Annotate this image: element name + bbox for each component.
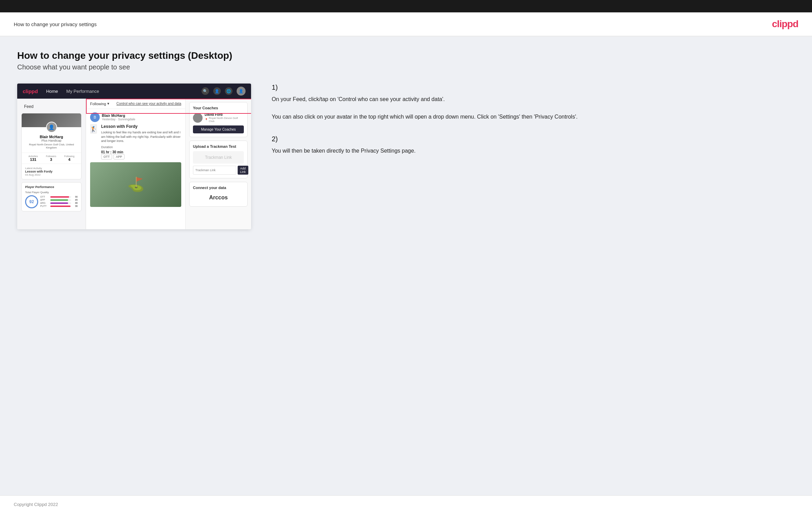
nav-link-performance[interactable]: My Performance xyxy=(66,89,99,94)
stat-activities: Activities 131 xyxy=(29,155,38,162)
metric-putt-label: PUTT xyxy=(40,205,49,207)
site-footer: Copyright Clippd 2022 xyxy=(0,495,812,507)
metric-app-bar-container xyxy=(50,199,71,201)
coach-club: 📍 Royal North Devon Golf Club xyxy=(205,117,244,123)
trackman-title: Upload a Trackman Test xyxy=(193,144,244,148)
article-subtitle: Choose what you want people to see xyxy=(17,63,795,71)
site-header: How to change your privacy settings clip… xyxy=(0,12,812,36)
circle-score: 92 xyxy=(25,195,38,208)
post-desc: Looking to feel like my hands are exitin… xyxy=(101,130,181,143)
metric-ott-label: OTT xyxy=(40,196,49,198)
metric-putt-bar xyxy=(50,206,71,207)
user-icon[interactable]: 👤 xyxy=(213,87,221,95)
profile-name: Blair McHarg xyxy=(25,135,78,139)
perf-title: Player Performance xyxy=(25,185,78,189)
latest-date: 03 Aug 2022 xyxy=(25,173,78,176)
latest-title: Lesson with Fordy xyxy=(25,170,78,173)
trackman-input[interactable] xyxy=(193,166,236,175)
trackman-input-row: Add Link xyxy=(193,166,244,175)
tag-ott: OTT xyxy=(101,154,112,159)
chevron-down-icon: ▾ xyxy=(107,101,109,106)
quality-row: 92 OTT 90 APP xyxy=(25,195,78,208)
page-title: How to change your privacy settings xyxy=(14,21,97,27)
post-avatar: B xyxy=(90,112,100,122)
app-screenshot: clippd Home My Performance 🔍 👤 🌐 👤 Feed xyxy=(17,84,251,229)
connect-section: Connect your data Arccos xyxy=(189,182,248,207)
profile-handicap: Plus Handicap xyxy=(25,139,78,142)
metric-ott-bar xyxy=(50,196,69,198)
post-user-info: Blair McHarg Yesterday · Sunningdale xyxy=(102,113,135,121)
instruction-step2: 2) You will then be taken directly to th… xyxy=(272,135,795,155)
coach-avatar xyxy=(193,113,203,123)
post-image: ⛳ xyxy=(90,162,181,207)
pin-icon: 📍 xyxy=(205,118,208,121)
step1-text: On your Feed, click/tap on 'Control who … xyxy=(272,95,795,121)
metric-arg-label: ARG xyxy=(40,202,49,204)
duration-text: Duration xyxy=(101,145,113,149)
manage-coaches-button[interactable]: Manage Your Coaches xyxy=(193,125,244,133)
stat-followers: Followers 3 xyxy=(46,155,56,162)
nav-link-home[interactable]: Home xyxy=(46,89,58,94)
app-sidebar: Feed 👤 Blair McHarg Plus Handicap Royal … xyxy=(17,99,86,229)
profile-club: Royal North Devon Golf Club, United King… xyxy=(25,143,78,149)
latest-activity: Latest Activity Lesson with Fordy 03 Aug… xyxy=(22,164,81,179)
app-logo: clippd xyxy=(23,88,38,94)
quality-label: Total Player Quality xyxy=(25,191,78,194)
instruction-step1: 1) On your Feed, click/tap on 'Control w… xyxy=(272,84,795,121)
latest-label: Latest Activity xyxy=(25,167,78,170)
stat-following-label: Following xyxy=(64,155,75,157)
metric-app-bar xyxy=(50,199,68,201)
stat-activities-label: Activities xyxy=(29,155,38,157)
trackman-placeholder: Trackman Link xyxy=(193,151,244,164)
duration-label: Duration xyxy=(101,145,181,149)
globe-icon[interactable]: 🌐 xyxy=(225,87,232,95)
user-avatar[interactable]: 👤 xyxy=(237,87,246,96)
coach-name: David Ford xyxy=(205,113,244,117)
top-bar xyxy=(0,0,812,12)
right-panel: Your Coaches David Ford 📍 Royal North De… xyxy=(186,99,251,229)
following-button[interactable]: Following ▾ xyxy=(90,101,109,106)
metric-arg-bar xyxy=(50,202,68,204)
stat-followers-label: Followers xyxy=(46,155,56,157)
search-icon[interactable]: 🔍 xyxy=(202,87,209,95)
metric-arg: ARG 86 xyxy=(40,202,78,204)
coach-icon: 🏌 xyxy=(90,124,97,134)
add-link-button[interactable]: Add Link xyxy=(238,166,248,175)
two-column-layout: clippd Home My Performance 🔍 👤 🌐 👤 Feed xyxy=(17,84,795,229)
feed-tab[interactable]: Feed xyxy=(21,103,82,110)
connect-title: Connect your data xyxy=(193,186,244,190)
coach-item: David Ford 📍 Royal North Devon Golf Club xyxy=(193,113,244,123)
control-link[interactable]: Control who can see your activity and da… xyxy=(117,102,181,106)
metric-putt: PUTT 96 xyxy=(40,205,78,207)
step2-number: 2) xyxy=(272,135,795,143)
profile-bg: 👤 xyxy=(22,113,81,127)
instructions-column: 1) On your Feed, click/tap on 'Control w… xyxy=(265,84,795,169)
metrics: OTT 90 APP xyxy=(40,196,78,208)
stat-followers-value: 3 xyxy=(46,157,56,162)
post-tags: OTT APP xyxy=(101,154,181,159)
post-header: B Blair McHarg Yesterday · Sunningdale xyxy=(90,112,181,122)
site-logo[interactable]: clippd xyxy=(772,19,798,30)
golf-image-placeholder: ⛳ xyxy=(127,176,144,192)
coach-club-text: Royal North Devon Golf Club xyxy=(209,117,244,123)
post-content: Lesson with Fordy Looking to feel like m… xyxy=(101,124,181,162)
stat-activities-value: 131 xyxy=(29,157,38,162)
metric-arg-bar-container xyxy=(50,202,71,204)
tag-app: APP xyxy=(113,154,124,159)
feed-post: B Blair McHarg Yesterday · Sunningdale 🏌… xyxy=(86,109,185,210)
profile-avatar: 👤 xyxy=(46,122,57,133)
coaches-section: Your Coaches David Ford 📍 Royal North De… xyxy=(189,102,248,137)
post-title: Lesson with Fordy xyxy=(101,124,181,129)
app-body: Feed 👤 Blair McHarg Plus Handicap Royal … xyxy=(17,99,251,229)
metric-putt-bar-container xyxy=(50,206,71,207)
metric-app: APP 85 xyxy=(40,199,78,201)
player-performance: Player Performance Total Player Quality … xyxy=(21,182,82,211)
metric-ott-bar-container xyxy=(50,196,71,198)
arccos-label: Arccos xyxy=(193,192,244,203)
following-label: Following xyxy=(90,102,106,106)
trackman-section: Upload a Trackman Test Trackman Link Add… xyxy=(189,141,248,178)
footer-copyright: Copyright Clippd 2022 xyxy=(14,502,58,507)
metric-arg-value: 86 xyxy=(72,202,78,204)
step1-number: 1) xyxy=(272,84,795,91)
app-feed: Following ▾ Control who can see your act… xyxy=(86,99,186,229)
